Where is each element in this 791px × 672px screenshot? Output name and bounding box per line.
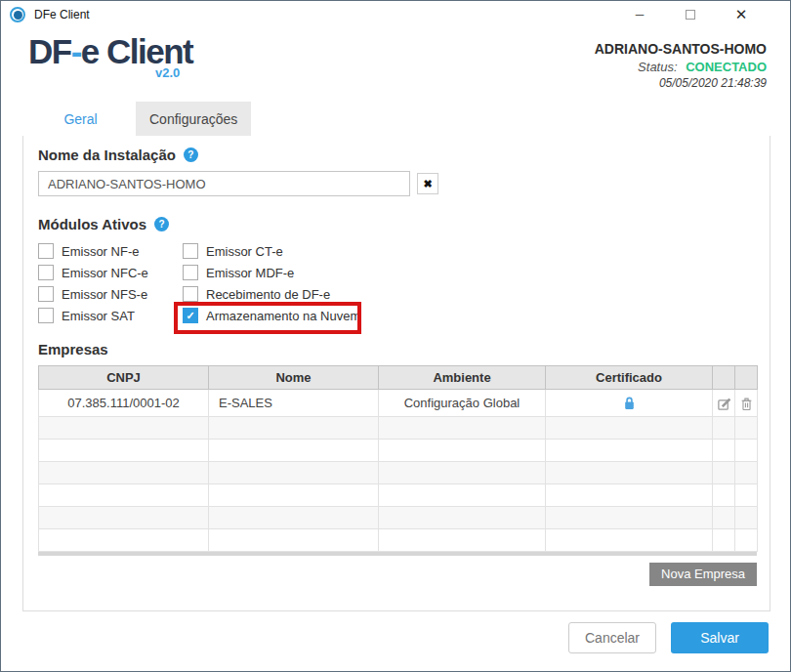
empty-table-row bbox=[39, 417, 758, 440]
minimize-button[interactable]: ─ bbox=[614, 1, 665, 28]
checkbox-box: ✓ bbox=[38, 286, 54, 302]
companies-label: Empresas bbox=[38, 340, 755, 357]
nova-empresa-button[interactable]: Nova Empresa bbox=[649, 563, 757, 586]
app-logo: DF-e Client v2.0 bbox=[28, 33, 192, 80]
window-controls: ─ ✕ bbox=[614, 1, 767, 28]
tab-panel-geral: Nome da Instalação ? ✖ Módulos Ativos ? … bbox=[22, 136, 770, 611]
cancel-button[interactable]: Cancelar bbox=[568, 622, 656, 653]
column-header-cnpj[interactable]: CNPJ bbox=[39, 366, 209, 390]
check-icon: ✓ bbox=[186, 311, 194, 321]
maximize-icon bbox=[686, 10, 695, 20]
checkbox-armazenamento-nuvem[interactable]: ✓ Armazenamento na Nuvem bbox=[183, 308, 360, 323]
cell-nome: E-SALES bbox=[209, 390, 379, 417]
close-button[interactable]: ✕ bbox=[716, 1, 767, 28]
checkbox-box: ✓ bbox=[38, 243, 54, 259]
cell-ambiente: Configuração Global bbox=[379, 390, 546, 417]
tab-strip: Geral Configurações bbox=[25, 102, 251, 136]
status-label: Status: bbox=[638, 60, 677, 74]
delete-company-button[interactable] bbox=[735, 390, 758, 417]
column-header-nome[interactable]: Nome bbox=[209, 366, 379, 390]
checkbox-box: ✓ bbox=[183, 265, 198, 280]
status-timestamp: 05/05/2020 21:48:39 bbox=[595, 76, 767, 90]
checkbox-emissor-cte[interactable]: ✓ Emissor CT-e bbox=[183, 243, 360, 259]
empty-table-row bbox=[39, 507, 758, 529]
machine-name: ADRIANO-SANTOS-HOMO bbox=[595, 41, 767, 57]
column-header-edit bbox=[713, 366, 735, 390]
nova-empresa-row: Nova Empresa bbox=[38, 563, 757, 586]
checkbox-recebimento-dfe[interactable]: ✓ Recebimento de DF-e bbox=[183, 286, 360, 302]
help-icon[interactable]: ? bbox=[184, 147, 198, 162]
status-line: Status: CONECTADO bbox=[595, 60, 767, 74]
checkbox-box: ✓ bbox=[183, 243, 198, 259]
certificate-lock-button[interactable] bbox=[546, 390, 713, 417]
tab-configuracoes[interactable]: Configurações bbox=[136, 102, 251, 136]
edit-company-button[interactable] bbox=[713, 390, 735, 417]
logo-hyphen: - bbox=[71, 32, 81, 70]
help-icon[interactable]: ? bbox=[154, 217, 169, 231]
checkbox-box: ✓ bbox=[183, 286, 198, 302]
empty-table-row bbox=[39, 484, 758, 507]
column-header-ambiente[interactable]: Ambiente bbox=[379, 366, 546, 390]
modules-checkbox-grid: ✓ Emissor NF-e ✓ Emissor CT-e ✓ Emissor … bbox=[38, 243, 755, 323]
checkbox-emissor-mdfe[interactable]: ✓ Emissor MDF-e bbox=[183, 265, 360, 280]
checkbox-emissor-nfe[interactable]: ✓ Emissor NF-e bbox=[38, 243, 183, 259]
trash-icon bbox=[740, 397, 753, 411]
modules-label: Módulos Ativos ? bbox=[38, 215, 755, 232]
status-block: ADRIANO-SANTOS-HOMO Status: CONECTADO 05… bbox=[595, 41, 767, 90]
installation-name-label: Nome da Instalação ? bbox=[38, 146, 755, 163]
lock-icon bbox=[623, 397, 636, 410]
app-window: DFe Client ─ ✕ DF-e Client v2.0 ADRIANO-… bbox=[0, 0, 791, 672]
cell-cnpj: 07.385.111/0001-02 bbox=[39, 390, 209, 417]
column-header-certificado[interactable]: Certificado bbox=[546, 366, 713, 390]
clear-input-button[interactable]: ✖ bbox=[417, 173, 438, 194]
installation-name-input[interactable] bbox=[38, 171, 410, 196]
window-title: DFe Client bbox=[34, 8, 90, 21]
checkbox-box: ✓ bbox=[38, 265, 54, 280]
maximize-button[interactable] bbox=[665, 1, 716, 28]
empty-table-row bbox=[39, 462, 758, 484]
titlebar: DFe Client ─ ✕ bbox=[1, 1, 790, 28]
app-logo-icon bbox=[10, 7, 25, 22]
checkbox-box: ✓ bbox=[38, 308, 54, 323]
checkbox-emissor-sat[interactable]: ✓ Emissor SAT bbox=[38, 308, 183, 323]
table-row[interactable]: 07.385.111/0001-02 E-SALES Configuração … bbox=[39, 390, 758, 417]
column-header-delete bbox=[735, 366, 758, 390]
checkbox-emissor-nfce[interactable]: ✓ Emissor NFC-e bbox=[38, 265, 183, 280]
empty-table-row bbox=[39, 529, 758, 552]
checkbox-emissor-nfse[interactable]: ✓ Emissor NFS-e bbox=[38, 286, 183, 302]
save-button[interactable]: Salvar bbox=[671, 622, 769, 653]
empty-table-row bbox=[39, 440, 758, 462]
companies-table: CNPJ Nome Ambiente Certificado 07.385.11… bbox=[38, 365, 758, 552]
table-header-row: CNPJ Nome Ambiente Certificado bbox=[39, 366, 758, 390]
table-scrollbar-track[interactable] bbox=[38, 552, 757, 556]
edit-icon bbox=[717, 397, 731, 411]
installation-name-row: ✖ bbox=[38, 171, 755, 196]
tab-geral[interactable]: Geral bbox=[25, 102, 136, 136]
status-value: CONECTADO bbox=[686, 60, 767, 74]
checkbox-box: ✓ bbox=[183, 308, 198, 323]
